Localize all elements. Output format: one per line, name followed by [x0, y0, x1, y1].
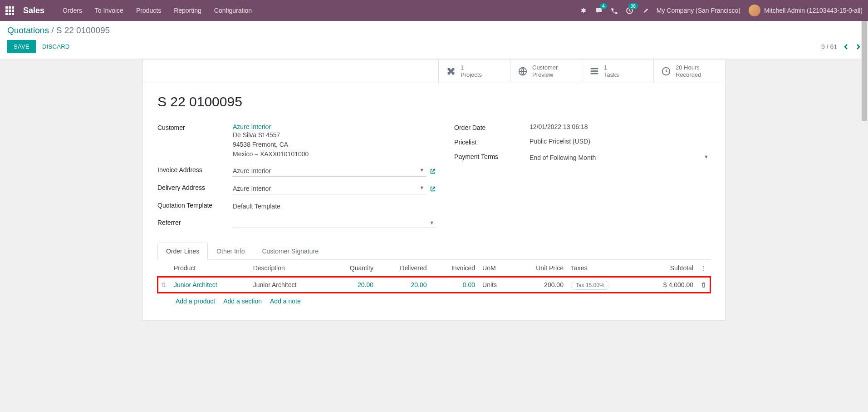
user-menu[interactable]: Mitchell Admin (12103443-15-0-all)	[749, 5, 863, 16]
navbar-right: 4 36 My Company (San Francisco) Mitchell…	[580, 5, 863, 16]
scrollbar[interactable]	[861, 21, 868, 321]
th-unit-price: Unit Price	[513, 260, 567, 277]
invoice-address-input[interactable]: Azure Interior ▼	[233, 165, 426, 177]
external-link-icon[interactable]	[430, 186, 436, 192]
record-title: S 22 0100095	[157, 94, 711, 109]
stat-projects[interactable]: 1 Projects	[438, 60, 510, 83]
quotation-template-value[interactable]: Default Template	[233, 201, 436, 212]
customer-label: Customer	[157, 123, 233, 131]
nav-configuration[interactable]: Configuration	[214, 7, 252, 14]
tab-other-info[interactable]: Other Info	[208, 243, 253, 259]
th-quantity: Quantity	[329, 260, 377, 277]
buttons-row: SAVE DISCARD 9 / 61	[7, 40, 861, 53]
row-unit-price[interactable]: 200.00	[513, 277, 567, 293]
stat-customer-preview[interactable]: Customer Preview	[510, 60, 582, 83]
th-uom: UoM	[479, 260, 513, 277]
pricelist-value[interactable]: Public Pricelist (USD)	[530, 138, 711, 145]
discard-button[interactable]: DISCARD	[36, 40, 76, 53]
scrollbar-thumb[interactable]	[862, 21, 867, 121]
phone-icon[interactable]	[611, 7, 618, 14]
add-section-link[interactable]: Add a section	[223, 298, 262, 305]
svg-rect-5	[591, 73, 598, 74]
address-street: De Silva St 4557	[233, 130, 436, 140]
chat-icon[interactable]: 4	[595, 7, 603, 14]
stat-hours-label: Recorded	[676, 71, 701, 79]
th-subtotal: Subtotal	[638, 260, 697, 277]
delivery-address-label: Delivery Address	[157, 183, 233, 191]
nav-reporting[interactable]: Reporting	[174, 7, 201, 14]
row-product[interactable]: Junior Architect	[170, 277, 250, 293]
pager: 9 / 61	[821, 43, 861, 50]
nav-orders[interactable]: Orders	[63, 7, 82, 14]
stat-tasks[interactable]: 1 Tasks	[582, 60, 653, 83]
tax-pill: Tax 15.00%	[571, 281, 609, 290]
tools-icon[interactable]	[642, 7, 648, 14]
company-selector[interactable]: My Company (San Francisco)	[657, 7, 740, 14]
referrer-input[interactable]: ▼	[233, 218, 436, 228]
stat-hours[interactable]: 20 Hours Recorded	[653, 60, 725, 83]
activity-icon[interactable]: 36	[626, 7, 633, 15]
breadcrumb-root[interactable]: Quotations	[7, 25, 49, 35]
order-date-value[interactable]: 12/01/2022 13:06:18	[530, 123, 711, 130]
apps-icon[interactable]	[5, 6, 14, 15]
stat-projects-label: Projects	[461, 71, 482, 79]
row-subtotal: $ 4,000.00	[638, 277, 697, 293]
avatar	[749, 5, 760, 16]
nav-products[interactable]: Products	[136, 7, 161, 14]
stat-projects-num: 1	[461, 64, 482, 71]
order-date-label: Order Date	[454, 123, 530, 131]
form-right: Order Date 12/01/2022 13:06:18 Pricelist…	[454, 123, 711, 234]
external-link-icon[interactable]	[430, 168, 436, 174]
row-uom[interactable]: Units	[479, 277, 513, 293]
order-lines-table: Product Description Quantity Delivered I…	[157, 260, 711, 293]
nav-menu: Orders To Invoice Products Reporting Con…	[63, 7, 252, 14]
caret-down-icon: ▼	[419, 185, 424, 190]
referrer-label: Referrer	[157, 218, 233, 226]
pager-text: 9 / 61	[821, 43, 837, 50]
tab-order-lines[interactable]: Order Lines	[157, 243, 208, 260]
app-name[interactable]: Sales	[23, 6, 44, 15]
clock-icon	[661, 66, 671, 76]
main: 1 Projects Customer Preview 1 Tasks	[0, 59, 868, 321]
globe-icon	[518, 66, 528, 76]
row-description[interactable]: Junior Architect	[250, 277, 329, 293]
nav-to-invoice[interactable]: To Invoice	[95, 7, 123, 14]
th-delivered: Delivered	[377, 260, 431, 277]
row-invoiced[interactable]: 0.00	[431, 277, 479, 293]
save-button[interactable]: SAVE	[7, 40, 36, 53]
th-invoiced: Invoiced	[431, 260, 479, 277]
tab-customer-signature[interactable]: Customer Signature	[253, 243, 327, 259]
pager-next[interactable]	[855, 43, 861, 50]
svg-rect-4	[591, 70, 598, 72]
th-description: Description	[250, 260, 329, 277]
address-country: Mexico – XAXX010101000	[233, 149, 436, 159]
row-quantity[interactable]: 20.00	[329, 277, 377, 293]
navbar-left: Sales Orders To Invoice Products Reporti…	[5, 6, 252, 15]
row-delivered[interactable]: 20.00	[377, 277, 431, 293]
delivery-address-input[interactable]: Azure Interior ▼	[233, 183, 426, 194]
payment-terms-input[interactable]: End of Following Month ▼	[530, 152, 711, 164]
pricelist-label: Pricelist	[454, 138, 530, 146]
bug-icon[interactable]	[580, 7, 587, 14]
pager-prev[interactable]	[843, 43, 849, 50]
trash-icon[interactable]	[701, 282, 707, 288]
customer-link[interactable]: Azure Interior	[233, 123, 271, 130]
columns-menu-icon[interactable]: ⋮	[701, 264, 707, 272]
chat-badge: 4	[600, 3, 607, 9]
drag-handle-icon[interactable]: ⇅	[157, 277, 170, 293]
tabs: Order Lines Other Info Customer Signatur…	[157, 243, 711, 260]
breadcrumb: Quotations / S 22 0100095	[7, 25, 861, 35]
add-links: Add a product Add a section Add a note	[157, 293, 711, 309]
add-note-link[interactable]: Add a note	[270, 298, 301, 305]
caret-down-icon: ▼	[704, 154, 709, 159]
address-city: 94538 Fremont, CA	[233, 140, 436, 149]
breadcrumb-sep: /	[51, 25, 56, 35]
stat-hours-num: 20 Hours	[676, 64, 701, 71]
add-product-link[interactable]: Add a product	[176, 298, 215, 305]
quotation-template-label: Quotation Template	[157, 201, 233, 209]
stat-tasks-num: 1	[604, 64, 619, 71]
breadcrumb-current: S 22 0100095	[56, 25, 110, 35]
row-taxes[interactable]: Tax 15.00%	[567, 277, 639, 293]
table-row[interactable]: ⇅ Junior Architect Junior Architect 20.0…	[157, 277, 711, 293]
svg-rect-3	[591, 68, 598, 69]
